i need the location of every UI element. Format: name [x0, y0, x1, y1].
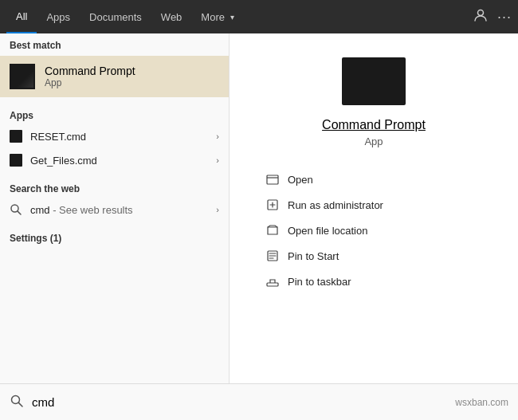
app-preview-name: Command Prompt — [322, 118, 426, 132]
pin-taskbar-icon — [265, 274, 280, 289]
list-item[interactable]: RESET.cmd › — [0, 124, 229, 148]
search-bar: wsxban.com — [0, 383, 518, 420]
action-run-admin[interactable]: Run as administrator — [262, 192, 485, 218]
best-match-item[interactable]: Command Prompt App — [0, 56, 229, 97]
app-item-label-2: Get_Files.cmd — [30, 155, 97, 167]
action-pin-start-label: Pin to Start — [288, 250, 339, 262]
ellipsis-icon[interactable]: ··· — [497, 9, 512, 26]
search-container: All Apps Documents Web More ▾ ··· — [0, 0, 518, 420]
tab-apps[interactable]: Apps — [37, 0, 80, 33]
tab-documents-label: Documents — [89, 11, 142, 23]
chevron-right-icon-3: › — [216, 205, 219, 214]
action-pin-taskbar[interactable]: Pin to taskbar — [262, 269, 485, 294]
command-prompt-icon — [10, 64, 35, 89]
tab-all[interactable]: All — [6, 0, 37, 33]
apps-label: Apps — [0, 104, 229, 124]
search-web-icon — [10, 203, 22, 216]
tab-apps-label: Apps — [46, 11, 70, 23]
chevron-down-icon: ▾ — [230, 13, 234, 22]
nav-right-icons: ··· — [473, 8, 512, 26]
search-web-item[interactable]: cmd - See web results › — [0, 198, 229, 222]
svg-line-2 — [18, 211, 21, 214]
search-branding: wsxban.com — [455, 397, 508, 408]
action-run-admin-label: Run as administrator — [288, 199, 383, 211]
left-panel: Best match Command Prompt App Apps — [0, 33, 230, 383]
tab-all-label: All — [16, 10, 27, 22]
best-match-title: Command Prompt — [45, 65, 135, 77]
svg-rect-6 — [267, 283, 278, 286]
action-list: Open Run as administrator — [262, 167, 485, 294]
search-bar-icon — [10, 394, 24, 411]
svg-rect-3 — [267, 175, 278, 184]
search-hint: - See web results — [50, 204, 133, 216]
best-match-label: Best match — [0, 33, 229, 54]
action-open-label: Open — [288, 174, 313, 186]
search-query: cmd — [30, 204, 50, 216]
settings-label: Settings (1) — [0, 226, 229, 247]
action-open-location-label: Open file location — [288, 225, 367, 237]
search-web-label: Search the web — [0, 177, 229, 198]
run-admin-icon — [265, 198, 280, 212]
list-item[interactable]: Get_Files.cmd › — [0, 148, 229, 172]
open-icon — [265, 172, 280, 186]
app-item-label: RESET.cmd — [30, 131, 86, 143]
person-icon[interactable] — [473, 8, 488, 26]
search-input[interactable] — [32, 395, 455, 409]
open-location-icon — [265, 223, 280, 237]
pin-start-icon — [265, 249, 280, 263]
app-preview-icon — [342, 57, 406, 105]
action-open-location[interactable]: Open file location — [262, 218, 485, 243]
chevron-right-icon-2: › — [216, 155, 219, 165]
tab-web[interactable]: Web — [151, 0, 192, 33]
tab-documents[interactable]: Documents — [80, 0, 151, 33]
nav-tabs: All Apps Documents Web More ▾ ··· — [0, 0, 518, 33]
svg-line-8 — [18, 402, 22, 406]
tab-more-label: More — [201, 11, 225, 23]
best-match-subtitle: App — [45, 77, 135, 88]
cmd-file-icon-2 — [10, 154, 22, 167]
chevron-right-icon: › — [216, 131, 219, 141]
cmd-file-icon — [10, 130, 22, 143]
action-pin-start[interactable]: Pin to Start — [262, 243, 485, 269]
search-web-text: cmd - See web results — [30, 204, 133, 216]
right-panel: Command Prompt App Open — [230, 33, 518, 383]
content-area: Best match Command Prompt App Apps — [0, 33, 518, 383]
svg-point-0 — [477, 10, 483, 16]
action-open[interactable]: Open — [262, 167, 485, 192]
action-pin-taskbar-label: Pin to taskbar — [288, 276, 351, 288]
tab-web-label: Web — [161, 11, 182, 23]
best-match-text: Command Prompt App — [45, 65, 135, 88]
tab-more[interactable]: More ▾ — [191, 0, 244, 33]
app-preview-type: App — [364, 135, 383, 147]
